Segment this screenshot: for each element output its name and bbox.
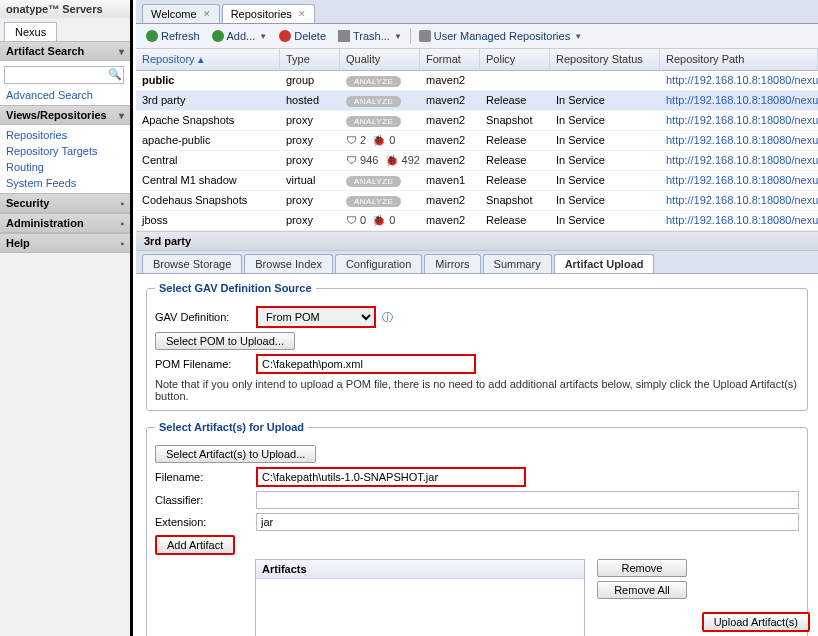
- gav-note: Note that if you only intend to upload a…: [155, 378, 799, 402]
- search-input[interactable]: [4, 66, 124, 84]
- col-path[interactable]: Repository Path: [660, 49, 818, 70]
- table-row[interactable]: Apache SnapshotsproxyANALYZEmaven2Snapsh…: [136, 111, 818, 131]
- extension-label: Extension:: [155, 516, 250, 528]
- nexus-tab[interactable]: Nexus: [4, 22, 57, 41]
- brand-title: onatype™ Servers: [0, 0, 130, 18]
- extension-input[interactable]: [256, 513, 799, 531]
- chevron-down-icon: ▾: [119, 46, 124, 57]
- artifact-search-panel[interactable]: Artifact Search ▾: [0, 41, 130, 61]
- artifact-fieldset: Select Artifact(s) for Upload Select Art…: [146, 421, 808, 636]
- upload-artifacts-button[interactable]: Upload Artifact(s): [702, 612, 810, 632]
- trash-icon: [338, 30, 350, 42]
- panel-title: Artifact Search: [6, 45, 84, 57]
- filename-input[interactable]: [256, 467, 526, 487]
- repo-path-link[interactable]: http://192.168.10.8:18080/nexus: [666, 194, 818, 206]
- chevron-right-icon: ▪: [120, 218, 124, 229]
- col-repository[interactable]: Repository ▴: [136, 49, 280, 70]
- advanced-search-link[interactable]: Advanced Search: [0, 87, 130, 103]
- panel-title: Administration: [6, 217, 84, 229]
- col-type[interactable]: Type: [280, 49, 340, 70]
- table-row[interactable]: publicgroupANALYZEmaven2http://192.168.1…: [136, 71, 818, 91]
- subtab[interactable]: Browse Storage: [142, 254, 242, 273]
- col-format[interactable]: Format: [420, 49, 480, 70]
- tab-repositories[interactable]: Repositories ✕: [222, 4, 315, 23]
- security-panel[interactable]: Security ▪: [0, 193, 130, 213]
- repo-path-link[interactable]: http://192.168.10.8:18080/nexus: [666, 114, 818, 126]
- close-icon[interactable]: ✕: [203, 9, 211, 19]
- add-button[interactable]: Add...▼: [208, 28, 272, 44]
- col-policy[interactable]: Policy: [480, 49, 550, 70]
- add-icon: [212, 30, 224, 42]
- dropdown-icon: ▼: [574, 32, 582, 41]
- table-row[interactable]: jbossproxy🛡 0 🐞 0maven2ReleaseIn Service…: [136, 211, 818, 231]
- trash-button[interactable]: Trash...▼: [334, 28, 406, 44]
- subtab[interactable]: Artifact Upload: [554, 254, 655, 273]
- table-row[interactable]: Codehaus SnapshotsproxyANALYZEmaven2Snap…: [136, 191, 818, 211]
- help-icon[interactable]: ⓘ: [382, 310, 393, 325]
- col-quality[interactable]: Quality: [340, 49, 420, 70]
- repo-path-link[interactable]: http://192.168.10.8:18080/nexus: [666, 174, 818, 186]
- remove-button[interactable]: Remove: [597, 559, 687, 577]
- views-panel[interactable]: Views/Repositories ▾: [0, 105, 130, 125]
- filename-label: Filename:: [155, 471, 250, 483]
- panel-title: Security: [6, 197, 49, 209]
- repo-path-link[interactable]: http://192.168.10.8:18080/nexus: [666, 74, 818, 86]
- repo-path-link[interactable]: http://192.168.10.8:18080/nexus: [666, 134, 818, 146]
- table-row[interactable]: apache-publicproxy🛡 2 🐞 0maven2ReleaseIn…: [136, 131, 818, 151]
- artifacts-header: Artifacts: [256, 560, 584, 579]
- delete-button[interactable]: Delete: [275, 28, 330, 44]
- close-icon[interactable]: ✕: [298, 9, 306, 19]
- sidebar-item[interactable]: Repositories: [0, 127, 130, 143]
- user-icon: [419, 30, 431, 42]
- gav-legend: Select GAV Definition Source: [155, 282, 316, 294]
- repo-title: 3rd party: [136, 232, 818, 251]
- classifier-input[interactable]: [256, 491, 799, 509]
- repo-path-link[interactable]: http://192.168.10.8:18080/nexus: [666, 94, 818, 106]
- tab-welcome[interactable]: Welcome ✕: [142, 4, 220, 23]
- classifier-label: Classifier:: [155, 494, 250, 506]
- tab-label: Repositories: [231, 8, 292, 20]
- sidebar-item[interactable]: Repository Targets: [0, 143, 130, 159]
- sidebar-item[interactable]: System Feeds: [0, 175, 130, 191]
- pom-filename-label: POM Filename:: [155, 358, 250, 370]
- col-status[interactable]: Repository Status: [550, 49, 660, 70]
- gav-label: GAV Definition:: [155, 311, 250, 323]
- table-row[interactable]: Central M1 shadowvirtualANALYZEmaven1Rel…: [136, 171, 818, 191]
- gav-fieldset: Select GAV Definition Source GAV Definit…: [146, 282, 808, 411]
- tab-label: Welcome: [151, 8, 197, 20]
- subtab[interactable]: Configuration: [335, 254, 422, 273]
- sidebar-item[interactable]: Routing: [0, 159, 130, 175]
- admin-panel[interactable]: Administration ▪: [0, 213, 130, 233]
- table-row[interactable]: Centralproxy🛡 946 🐞 492maven2ReleaseIn S…: [136, 151, 818, 171]
- artifacts-listbox[interactable]: Artifacts: [255, 559, 585, 636]
- refresh-icon: [146, 30, 158, 42]
- dropdown-icon: ▼: [259, 32, 267, 41]
- pom-filename-input[interactable]: [256, 354, 476, 374]
- dropdown-icon: ▼: [394, 32, 402, 41]
- refresh-button[interactable]: Refresh: [142, 28, 204, 44]
- repo-path-link[interactable]: http://192.168.10.8:18080/nexus: [666, 154, 818, 166]
- artifact-legend: Select Artifact(s) for Upload: [155, 421, 308, 433]
- select-artifact-button[interactable]: Select Artifact(s) to Upload...: [155, 445, 316, 463]
- user-repos-button[interactable]: User Managed Repositories▼: [415, 28, 586, 44]
- table-row[interactable]: 3rd partyhostedANALYZEmaven2ReleaseIn Se…: [136, 91, 818, 111]
- gav-select[interactable]: From POM: [256, 306, 376, 328]
- chevron-right-icon: ▪: [120, 238, 124, 249]
- subtab[interactable]: Browse Index: [244, 254, 333, 273]
- panel-title: Views/Repositories: [6, 109, 107, 121]
- subtab[interactable]: Summary: [483, 254, 552, 273]
- select-pom-button[interactable]: Select POM to Upload...: [155, 332, 295, 350]
- subtab[interactable]: Mirrors: [424, 254, 480, 273]
- panel-title: Help: [6, 237, 30, 249]
- remove-all-button[interactable]: Remove All: [597, 581, 687, 599]
- search-icon[interactable]: 🔍: [108, 68, 122, 81]
- add-artifact-button[interactable]: Add Artifact: [155, 535, 235, 555]
- repo-path-link[interactable]: http://192.168.10.8:18080/nexus: [666, 214, 818, 226]
- help-panel[interactable]: Help ▪: [0, 233, 130, 253]
- chevron-right-icon: ▪: [120, 198, 124, 209]
- delete-icon: [279, 30, 291, 42]
- chevron-down-icon: ▾: [119, 110, 124, 121]
